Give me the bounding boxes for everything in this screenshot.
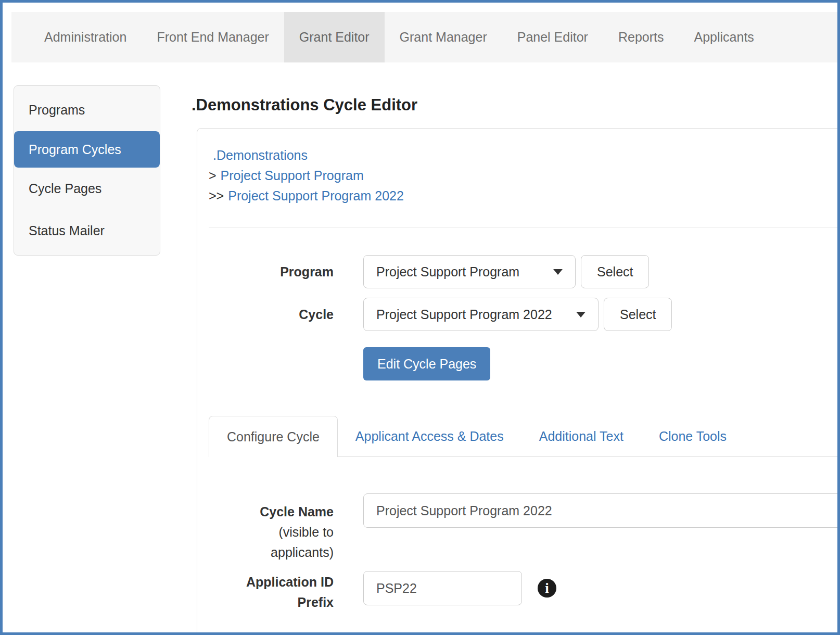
breadcrumb-level-3: >>Project Support Program 2022 xyxy=(209,186,840,206)
breadcrumb-link-project-support-program[interactable]: Project Support Program xyxy=(221,168,364,183)
sidebar: Programs Program Cycles Cycle Pages Stat… xyxy=(14,85,160,256)
breadcrumb-level-2: >Project Support Program xyxy=(209,166,840,186)
breadcrumb-level-1: .Demonstrations xyxy=(209,145,840,166)
cycle-name-input[interactable] xyxy=(363,493,840,528)
cycle-label: Cycle xyxy=(209,304,334,325)
cycle-dropdown[interactable]: Project Support Program 2022 xyxy=(363,298,599,331)
cycle-editor-panel: .Demonstrations >Project Support Program… xyxy=(197,128,840,635)
sidebar-item-cycle-pages[interactable]: Cycle Pages xyxy=(14,168,160,210)
sidebar-item-status-mailer[interactable]: Status Mailer xyxy=(14,210,160,252)
program-row: Program Project Support Program Select xyxy=(209,255,840,288)
chevron-down-icon xyxy=(553,269,563,275)
cycle-row: Cycle Project Support Program 2022 Selec… xyxy=(209,298,840,331)
nav-item-front-end-manager[interactable]: Front End Manager xyxy=(142,12,284,62)
cycle-name-label: Cycle Name (visible to applicants) xyxy=(209,493,334,563)
cycle-name-sublabel: (visible to xyxy=(209,522,334,542)
sidebar-item-programs[interactable]: Programs xyxy=(14,89,160,131)
nav-item-grant-manager[interactable]: Grant Manager xyxy=(385,12,502,62)
chevron-down-icon xyxy=(576,312,586,318)
cycle-editor-tabs: Configure Cycle Applicant Access & Dates… xyxy=(209,416,840,457)
app-window: Administration Front End Manager Grant E… xyxy=(0,0,840,635)
breadcrumb-prefix: >> xyxy=(209,188,224,203)
tab-additional-text[interactable]: Additional Text xyxy=(521,416,641,456)
breadcrumb-link-project-support-program-2022[interactable]: Project Support Program 2022 xyxy=(228,188,404,203)
section-divider xyxy=(209,227,840,227)
tab-applicant-access-dates[interactable]: Applicant Access & Dates xyxy=(338,416,521,456)
program-select-button[interactable]: Select xyxy=(581,255,649,288)
program-dropdown[interactable]: Project Support Program xyxy=(363,255,576,288)
cycle-name-row: Cycle Name (visible to applicants) xyxy=(209,493,840,563)
cycle-name-sublabel: applicants) xyxy=(209,542,334,563)
edit-cycle-pages-button[interactable]: Edit Cycle Pages xyxy=(363,347,490,380)
application-id-prefix-label: Application ID Prefix xyxy=(209,564,334,613)
application-id-prefix-input[interactable] xyxy=(363,571,522,605)
nav-item-grant-editor[interactable]: Grant Editor xyxy=(284,12,385,62)
info-icon[interactable]: i xyxy=(538,579,556,598)
cycle-select-button[interactable]: Select xyxy=(604,298,672,331)
nav-item-panel-editor[interactable]: Panel Editor xyxy=(502,12,603,62)
breadcrumb-prefix: > xyxy=(209,168,217,183)
tab-clone-tools[interactable]: Clone Tools xyxy=(641,416,744,456)
top-navigation: Administration Front End Manager Grant E… xyxy=(11,12,837,62)
edit-cycle-pages-row: Edit Cycle Pages xyxy=(363,347,840,380)
nav-item-reports[interactable]: Reports xyxy=(603,12,679,62)
sidebar-item-program-cycles[interactable]: Program Cycles xyxy=(14,131,160,168)
program-dropdown-value: Project Support Program xyxy=(376,264,519,280)
breadcrumb: .Demonstrations >Project Support Program… xyxy=(197,129,840,206)
cycle-dropdown-value: Project Support Program 2022 xyxy=(376,307,552,322)
breadcrumb-link-demonstrations[interactable]: .Demonstrations xyxy=(213,148,308,162)
program-label: Program xyxy=(209,262,334,282)
tab-configure-cycle[interactable]: Configure Cycle xyxy=(209,416,338,457)
nav-item-applicants[interactable]: Applicants xyxy=(679,12,769,62)
application-id-prefix-row: Application ID Prefix i xyxy=(209,564,840,613)
page-title: .Demonstrations Cycle Editor xyxy=(192,96,417,115)
nav-item-administration[interactable]: Administration xyxy=(29,12,142,62)
